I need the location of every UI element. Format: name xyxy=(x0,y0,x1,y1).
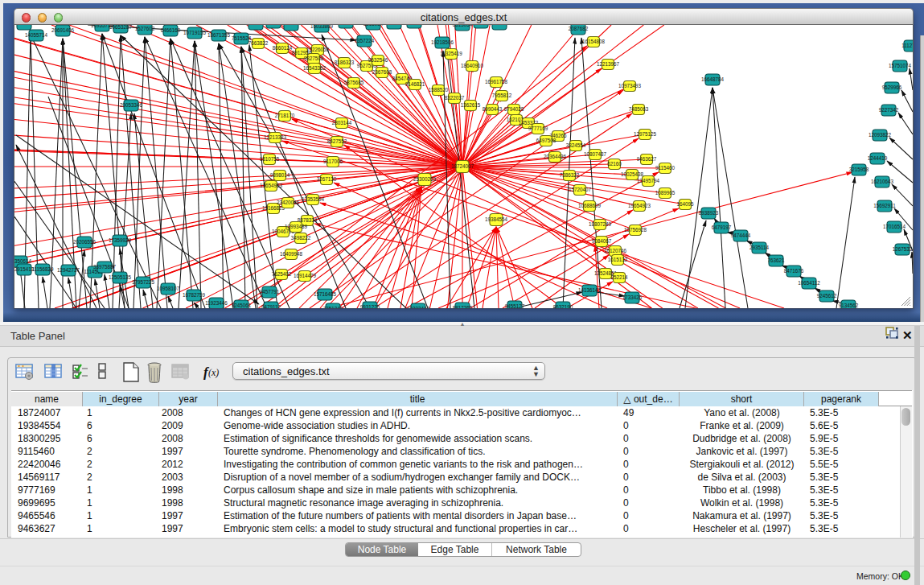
svg-text:25300203: 25300203 xyxy=(413,176,437,182)
svg-text:18671355: 18671355 xyxy=(207,32,231,38)
svg-text:12093822: 12093822 xyxy=(869,132,892,138)
svg-text:18807249: 18807249 xyxy=(589,221,612,227)
svg-text:8479112: 8479112 xyxy=(261,304,281,308)
svg-text:10688609: 10688609 xyxy=(578,203,602,208)
svg-text:13495794: 13495794 xyxy=(637,178,660,183)
svg-text:7625402: 7625402 xyxy=(272,271,292,277)
svg-text:10958107: 10958107 xyxy=(157,286,180,291)
svg-text:1267533: 1267533 xyxy=(893,246,913,252)
svg-text:6466160: 6466160 xyxy=(161,27,181,33)
svg-text:12213383: 12213383 xyxy=(264,134,287,140)
svg-text:9245612: 9245612 xyxy=(817,293,837,299)
svg-text:6794028: 6794028 xyxy=(504,106,524,112)
svg-text:16782759: 16782759 xyxy=(183,292,206,298)
svg-text:164095: 164095 xyxy=(676,201,694,207)
svg-text:19654953: 19654953 xyxy=(260,183,283,188)
svg-text:18724007: 18724007 xyxy=(451,163,474,169)
svg-text:10973493: 10973493 xyxy=(618,83,642,89)
svg-text:12505135: 12505135 xyxy=(109,274,132,280)
svg-text:16914479: 16914479 xyxy=(294,273,317,278)
svg-text:2367608: 2367608 xyxy=(372,69,392,75)
svg-text:13353594: 13353594 xyxy=(302,196,325,202)
svg-text:7955812: 7955812 xyxy=(492,93,512,98)
svg-text:8427552: 8427552 xyxy=(327,138,347,144)
svg-text:9455127: 9455127 xyxy=(505,303,525,308)
svg-text:17957225: 17957225 xyxy=(132,279,155,285)
svg-text:9134562: 9134562 xyxy=(839,303,859,308)
svg-text:1810755: 1810755 xyxy=(260,156,280,162)
svg-text:7357224: 7357224 xyxy=(355,38,375,43)
svg-text:9898014: 9898014 xyxy=(270,172,290,178)
svg-text:1527602: 1527602 xyxy=(135,26,155,31)
svg-text:11156829: 11156829 xyxy=(31,266,54,272)
svg-text:8322037: 8322037 xyxy=(445,95,465,101)
svg-text:14136141: 14136141 xyxy=(578,287,602,293)
svg-text:8813054: 8813054 xyxy=(453,25,473,27)
svg-text:8938923: 8938923 xyxy=(699,210,719,216)
svg-text:10807487: 10807487 xyxy=(584,151,607,157)
svg-text:8990443: 8990443 xyxy=(483,106,503,112)
svg-text:16120746: 16120746 xyxy=(604,248,627,253)
svg-text:1089965: 1089965 xyxy=(655,190,676,196)
svg-text:11923446: 11923446 xyxy=(205,300,228,306)
svg-text:1112744: 1112744 xyxy=(901,43,913,48)
svg-text:9529966: 9529966 xyxy=(882,84,902,90)
svg-text:9457791: 9457791 xyxy=(260,289,280,295)
svg-text:5875685: 5875685 xyxy=(344,80,364,85)
svg-text:9084067: 9084067 xyxy=(592,238,612,244)
svg-text:12975125: 12975125 xyxy=(634,131,657,137)
svg-text:9117006: 9117006 xyxy=(323,159,343,164)
svg-text:8660124: 8660124 xyxy=(273,45,293,51)
svg-text:9227342: 9227342 xyxy=(879,107,899,113)
svg-text:7386322: 7386322 xyxy=(560,172,580,178)
svg-text:1733426: 1733426 xyxy=(622,295,643,300)
svg-text:16409948: 16409948 xyxy=(280,251,303,257)
svg-text:9245061: 9245061 xyxy=(232,303,252,308)
svg-text:20206556: 20206556 xyxy=(73,239,97,245)
svg-text:20053346: 20053346 xyxy=(120,102,143,108)
svg-text:6479197: 6479197 xyxy=(712,225,732,230)
svg-text:14350614: 14350614 xyxy=(14,258,31,264)
svg-text:15716485: 15716485 xyxy=(314,291,337,297)
svg-text:2935114: 2935114 xyxy=(749,245,770,250)
svg-text:15751074: 15751074 xyxy=(889,63,912,68)
svg-text:17016514: 17016514 xyxy=(883,224,906,229)
svg-text:17359924: 17359924 xyxy=(109,237,132,243)
svg-text:19218506: 19218506 xyxy=(431,39,454,45)
svg-text:16210643: 16210643 xyxy=(871,179,894,184)
svg-text:10654112: 10654112 xyxy=(798,280,820,286)
svg-text:15226058: 15226058 xyxy=(306,47,330,52)
svg-text:20364436: 20364436 xyxy=(544,154,567,159)
svg-text:10233448: 10233448 xyxy=(407,306,430,308)
svg-text:8813054: 8813054 xyxy=(363,25,384,27)
svg-text:2718170: 2718170 xyxy=(275,113,295,118)
svg-text:16648784: 16648784 xyxy=(701,76,725,82)
svg-text:9931225: 9931225 xyxy=(360,304,380,308)
svg-text:14055714: 14055714 xyxy=(25,32,48,38)
svg-text:23420046: 23420046 xyxy=(277,200,300,205)
svg-text:19756928: 19756928 xyxy=(624,227,647,233)
svg-text:3498222: 3498222 xyxy=(291,235,311,241)
svg-text:8471676: 8471676 xyxy=(784,268,804,274)
svg-text:1244419: 1244419 xyxy=(868,155,888,161)
svg-text:16154808: 16154808 xyxy=(582,39,606,44)
svg-text:12942737: 12942737 xyxy=(57,267,80,273)
svg-text:20691406: 20691406 xyxy=(51,27,75,33)
svg-text:8817265: 8817265 xyxy=(453,305,473,308)
svg-text:3824554: 3824554 xyxy=(566,142,586,148)
svg-text:18640910: 18640910 xyxy=(461,63,484,68)
svg-text:7485063: 7485063 xyxy=(629,106,649,112)
svg-text:2803144: 2803144 xyxy=(332,120,352,126)
svg-text:9827508: 9827508 xyxy=(304,56,324,61)
svg-text:10719155: 10719155 xyxy=(183,30,207,35)
svg-text:16543362: 16543362 xyxy=(303,65,326,71)
svg-text:15720407: 15720407 xyxy=(569,187,592,192)
svg-text:(x): (x) xyxy=(208,367,219,378)
svg-text:16033809: 16033809 xyxy=(310,25,334,29)
svg-text:8186323: 8186323 xyxy=(335,60,355,65)
svg-text:9777169: 9777169 xyxy=(528,126,548,131)
svg-text:8632190: 8632190 xyxy=(553,304,573,308)
svg-text:7751246: 7751246 xyxy=(323,306,343,308)
svg-text:10993489: 10993489 xyxy=(285,224,308,229)
svg-text:3215958: 3215958 xyxy=(849,167,869,172)
